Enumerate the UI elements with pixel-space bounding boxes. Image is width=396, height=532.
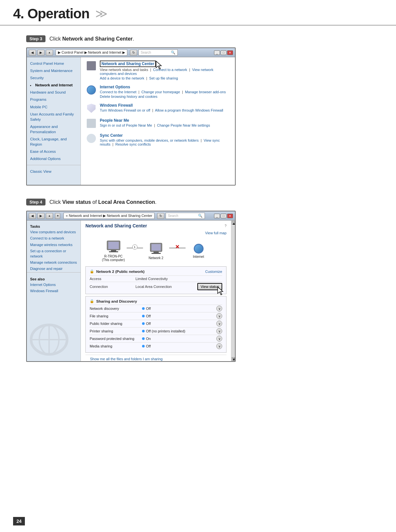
sidebar-item-network[interactable]: Network and Internet <box>27 81 81 89</box>
printer-sharing-expand[interactable]: ∨ <box>216 328 222 334</box>
sidebar2-item-view-computers[interactable]: View computers and devices <box>27 229 81 235</box>
turn-firewall-link[interactable]: Turn Windows Firewall on or off <box>100 108 150 112</box>
internet-icon <box>194 244 204 254</box>
network-section-title: 🔒 Network 2 (Public network) Customize <box>90 269 222 274</box>
sidebar-item-ease[interactable]: Ease of Access <box>27 148 81 155</box>
internet-options-title[interactable]: Internet Options <box>100 85 226 89</box>
sidebar-item-programs[interactable]: Programs <box>27 96 81 103</box>
sidebar-item-user-accounts[interactable]: User Accounts and Family Safety <box>27 111 81 123</box>
signin-people-link[interactable]: Sign in or out of People Near Me <box>100 123 152 127</box>
go-button[interactable]: ↻ <box>130 50 137 56</box>
address-bar2[interactable]: « Network and Internet ▶ Network and Sha… <box>63 213 154 219</box>
footer-link-1[interactable]: Show me all the files and folders I am s… <box>90 356 222 361</box>
connect-network-link[interactable]: Connect to a network <box>153 68 187 72</box>
step4-window: ◀ ▶ ▲ ★ « Network and Internet ▶ Network… <box>26 211 236 362</box>
svg-rect-10 <box>152 244 161 251</box>
file-sharing-expand[interactable]: ∨ <box>216 313 222 319</box>
sidebar2-item-connect[interactable]: Connect to a network <box>27 235 81 241</box>
network-sharing-icon <box>86 61 97 71</box>
manage-addons-link[interactable]: Manage browser add-ons <box>185 90 226 94</box>
address-bar[interactable]: ▶ Control Panel ▶ Network and Internet ▶ <box>56 49 127 56</box>
sidebar2-item-wireless[interactable]: Manage wireless networks <box>27 242 81 248</box>
back-button[interactable]: ◀ <box>29 50 36 56</box>
window-controls: _ □ ✕ <box>214 50 233 55</box>
forward-button2[interactable]: ▶ <box>37 213 45 219</box>
sync-title[interactable]: Sync Center <box>100 133 230 138</box>
sidebar-item-clock[interactable]: Clock, Language, and Region <box>27 135 81 148</box>
sidebar2-item-manage[interactable]: Manage network connections <box>27 259 81 266</box>
internet-options-links2: Delete browsing history and cookies <box>100 95 226 98</box>
go-button2[interactable]: ↻ <box>157 213 164 219</box>
password-sharing-expand[interactable]: ∨ <box>216 336 222 342</box>
sidebar-item-mobile[interactable]: Mobile PC <box>27 103 81 111</box>
change-homepage-link[interactable]: Change your homepage <box>141 90 180 94</box>
up-button2[interactable]: ▲ <box>46 213 53 219</box>
customize-link[interactable]: Customize <box>205 270 222 274</box>
firewall-title[interactable]: Windows Firewall <box>100 103 223 108</box>
page-title: 4. Operation <box>13 6 89 22</box>
help-icon[interactable]: ? <box>225 224 226 228</box>
media-sharing-row: Media sharing Off ∨ <box>90 342 222 350</box>
back-button2[interactable]: ◀ <box>29 213 36 219</box>
resolve-sync-link[interactable]: Resolve sync conflicts <box>116 142 151 146</box>
printer-sharing-row: Printer sharing Off (no printers install… <box>90 327 222 335</box>
sidebar-item-hardware[interactable]: Hardware and Sound <box>27 89 81 96</box>
maximize-button[interactable]: □ <box>221 50 226 55</box>
step4-main: Network and Sharing Center ? View full m… <box>81 221 231 361</box>
step4-body: Tasks View computers and devices Connect… <box>27 221 235 361</box>
sidebar-item-control-panel-home[interactable]: Control Panel Home <box>27 60 81 67</box>
search-bar2[interactable]: Search 🔍 <box>166 213 205 219</box>
view-status-button[interactable]: View status <box>197 283 222 290</box>
sidebar-item-system[interactable]: System and Maintenance <box>27 67 81 74</box>
sidebar2-item-internet-options[interactable]: Internet Options <box>27 282 81 288</box>
sidebar2-item-diagnose[interactable]: Diagnose and repair <box>27 266 81 272</box>
view-full-map[interactable]: View full map <box>85 230 226 235</box>
fav-button[interactable]: ★ <box>55 213 60 219</box>
public-folder-expand[interactable]: ∨ <box>216 321 222 327</box>
allow-program-link[interactable]: Allow a program through Windows Firewall <box>155 108 223 112</box>
internet-options-links: Connect to the Internet | Change your ho… <box>100 90 226 94</box>
step4-text: Click View status of Local Area Connecti… <box>49 199 156 205</box>
close-button[interactable]: ✕ <box>227 50 233 55</box>
people-title[interactable]: People Near Me <box>100 118 210 123</box>
network-discovery-expand[interactable]: ∨ <box>216 306 222 311</box>
sidebar-item-security[interactable]: Security <box>27 74 81 81</box>
minimize-button[interactable]: _ <box>214 50 220 55</box>
network-sharing-links2: Add a device to the network | Set up fil… <box>100 76 230 80</box>
nsc-title: Network and Sharing Center <box>85 223 147 228</box>
search-icon: 🔍 <box>171 50 175 55</box>
scroll-up[interactable]: ▲ <box>232 221 235 225</box>
network-diagram: R-TRON-PC (This computer) 1 <box>85 235 226 264</box>
network-sharing-title[interactable]: Network and Sharing Center <box>100 61 156 67</box>
sidebar-item-additional[interactable]: Additional Options <box>27 155 81 162</box>
see-also-title: See also <box>27 276 81 282</box>
maximize-button2[interactable]: □ <box>221 214 226 218</box>
sidebar2-item-firewall[interactable]: Windows Firewall <box>27 288 81 294</box>
step3-body: Control Panel Home System and Maintenanc… <box>27 57 235 185</box>
sidebar-item-appearance[interactable]: Appearance and Personalization <box>27 123 81 135</box>
scroll-down[interactable]: ▼ <box>232 357 235 361</box>
search-bar[interactable]: Search 🔍 <box>138 49 178 56</box>
add-device-link[interactable]: Add a device to the network <box>100 76 144 80</box>
forward-button[interactable]: ▶ <box>37 50 45 56</box>
change-people-link[interactable]: Change People Near Me settings <box>157 123 210 127</box>
sidebar-item-classic[interactable]: Classic View <box>27 168 81 175</box>
connection-number: 1 <box>132 244 137 250</box>
close-button2[interactable]: ✕ <box>227 214 233 218</box>
sync-computers-link[interactable]: Sync with other computers, mobile device… <box>100 138 199 142</box>
minimize-button2[interactable]: _ <box>214 214 220 218</box>
setup-file-sharing-link[interactable]: Set up file sharing <box>149 76 178 80</box>
up-button[interactable]: ▲ <box>46 50 53 56</box>
svg-rect-11 <box>153 252 159 253</box>
sidebar2-item-setup[interactable]: Set up a connection or network <box>27 248 81 259</box>
scrollbar[interactable]: ▲ ▼ <box>231 221 235 361</box>
internet-options-icon <box>86 85 97 95</box>
page-header: 4. Operation ≫ <box>0 0 396 26</box>
connect-internet-link[interactable]: Connect to the Internet <box>100 90 136 94</box>
page-number: 24 <box>13 517 25 525</box>
delete-history-link[interactable]: Delete browsing history and cookies <box>100 95 157 98</box>
media-sharing-expand[interactable]: ∨ <box>216 343 222 349</box>
step3-titlebar: ◀ ▶ ▲ ▶ Control Panel ▶ Network and Inte… <box>27 48 235 57</box>
sharing-section: 🔒 Sharing and Discovery Network discover… <box>85 296 226 353</box>
step4-instruction: Step 4 Click View status of Local Area C… <box>26 199 370 205</box>
